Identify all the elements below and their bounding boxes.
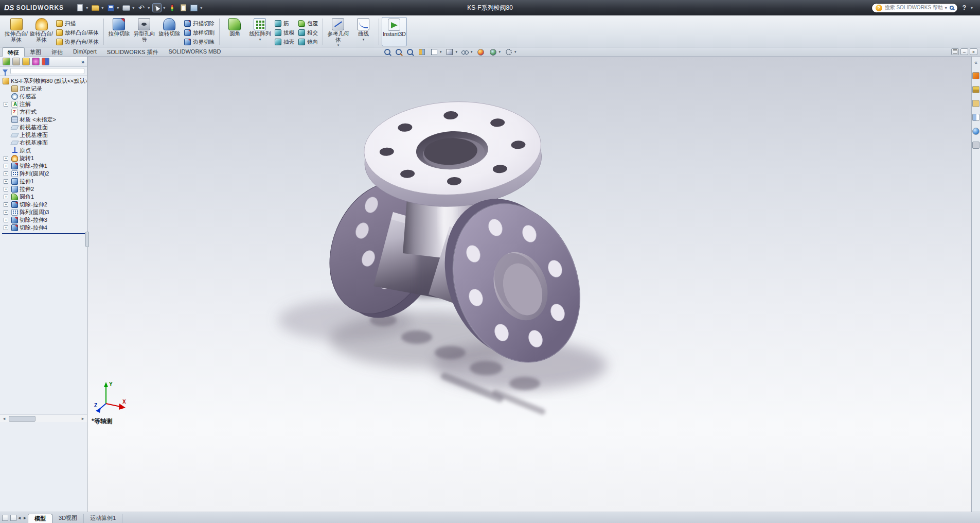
zoom-to-area-button[interactable] xyxy=(395,48,402,56)
splitter-icon-2[interactable] xyxy=(10,515,16,521)
tree-item-equations[interactable]: 方程式 xyxy=(0,108,87,116)
boundary-cut-button[interactable]: 边界切除 xyxy=(182,38,217,46)
shell-button[interactable]: 抽壳 xyxy=(273,38,296,46)
boundary-boss-button[interactable]: 边界凸台/基体 xyxy=(54,38,101,46)
revolved-cut-button[interactable]: 旋转切除 xyxy=(157,17,182,46)
display-settings-button[interactable] xyxy=(189,3,199,12)
panel-splitter[interactable] xyxy=(85,232,89,247)
tree-item-top-plane[interactable]: 上视基准面 xyxy=(0,131,87,139)
view-settings-button[interactable] xyxy=(504,48,513,56)
help-search-box[interactable]: ? 搜索 SOLIDWORKS 帮助 ▾ xyxy=(871,3,958,13)
view-orientation-dropdown[interactable]: ▾ xyxy=(440,50,442,54)
fillet-button[interactable]: 圆角 xyxy=(222,17,247,46)
view-orientation-button[interactable] xyxy=(430,48,438,56)
tab-addins[interactable]: SOLIDWORKS 插件 xyxy=(102,47,164,57)
reference-geometry-dropdown[interactable]: ▾ xyxy=(337,43,340,47)
instant3d-button[interactable]: Instant3D xyxy=(382,17,407,46)
tab-scroll-left[interactable]: ◂ xyxy=(18,515,21,520)
extruded-boss-button[interactable]: 拉伸凸台/基体 xyxy=(4,17,29,46)
tab-3d-views[interactable]: 3D视图 xyxy=(52,514,84,523)
edit-appearance-button[interactable] xyxy=(476,48,485,56)
tree-item-sensors[interactable]: 传感器 xyxy=(0,93,87,100)
wrap-button[interactable]: 包覆 xyxy=(296,19,320,28)
intersect-button[interactable]: 相交 xyxy=(296,28,320,37)
search-icon[interactable] xyxy=(950,6,954,10)
undo-dropdown[interactable]: ▾ xyxy=(148,6,150,10)
save-button[interactable] xyxy=(106,3,115,12)
expand-toggle[interactable]: + xyxy=(4,218,8,222)
expand-toggle[interactable]: + xyxy=(4,210,8,215)
tree-item-cut-extrude1[interactable]: + 切除-拉伸1 xyxy=(0,162,87,170)
tree-item-annotations[interactable]: + 注解 xyxy=(0,100,87,108)
property-manager-tab-icon[interactable] xyxy=(12,58,20,65)
lofted-boss-button[interactable]: 放样凸台/基体 xyxy=(54,28,101,37)
tree-item-front-plane[interactable]: 前视基准面 xyxy=(0,124,87,131)
mirror-button[interactable]: 镜向 xyxy=(296,38,320,46)
tree-item-origin[interactable]: 原点 xyxy=(0,147,87,154)
tree-item-revolve1[interactable]: + 旋转1 xyxy=(0,154,87,162)
linear-pattern-dropdown[interactable]: ▾ xyxy=(259,38,261,41)
file-explorer-icon[interactable] xyxy=(972,100,979,107)
expand-toggle[interactable]: + xyxy=(4,156,8,161)
curves-button[interactable]: 曲线 ▾ xyxy=(351,17,376,46)
help-dropdown[interactable]: ▾ xyxy=(971,6,973,10)
tree-item-fillet1[interactable]: + 圆角1 xyxy=(0,193,87,201)
rebuild-button[interactable] xyxy=(168,3,177,12)
expand-toggle[interactable]: + xyxy=(4,164,8,168)
restore-window-button[interactable] xyxy=(951,48,959,55)
tree-item-extrude1[interactable]: + 拉伸1 xyxy=(0,178,87,185)
rollback-bar[interactable] xyxy=(2,233,85,234)
hide-show-dropdown[interactable]: ▾ xyxy=(471,50,473,54)
orientation-triad[interactable]: Y X Z xyxy=(94,380,130,416)
design-library-icon[interactable] xyxy=(972,86,979,93)
tab-model[interactable]: 模型 xyxy=(28,514,52,523)
display-style-button[interactable] xyxy=(446,48,454,56)
splitter-icon[interactable] xyxy=(2,515,8,521)
revolved-boss-button[interactable]: 旋转凸台/基体 xyxy=(29,17,54,46)
filter-funnel-icon[interactable] xyxy=(3,69,8,73)
graphics-area[interactable]: Y X Z *等轴测 xyxy=(87,57,971,512)
extruded-cut-button[interactable]: 拉伸切除 xyxy=(106,17,132,46)
swept-boss-button[interactable]: 扫描 xyxy=(54,19,101,28)
apply-scene-button[interactable] xyxy=(489,48,497,56)
feature-manager-tab-icon[interactable] xyxy=(3,58,10,65)
zoom-to-fit-button[interactable] xyxy=(383,48,391,56)
tab-sketch[interactable]: 草图 xyxy=(25,47,46,57)
print-button[interactable] xyxy=(121,3,131,12)
tree-item-cirpattern2[interactable]: + 阵列(圆周)2 xyxy=(0,170,87,178)
display-style-dropdown[interactable]: ▾ xyxy=(456,50,458,54)
expand-toggle[interactable]: + xyxy=(4,225,8,230)
select-button[interactable] xyxy=(152,3,162,12)
hide-show-items-button[interactable] xyxy=(461,49,469,55)
manager-overflow-chevron[interactable]: » xyxy=(81,59,84,65)
tab-evaluate[interactable]: 评估 xyxy=(46,47,68,57)
filter-input[interactable] xyxy=(10,68,84,74)
linear-pattern-button[interactable]: 线性阵列 ▾ xyxy=(247,17,273,46)
tree-item-material[interactable]: 材质 <未指定> xyxy=(0,116,87,124)
expand-toggle[interactable]: + xyxy=(4,179,8,184)
help-button[interactable]: ? xyxy=(963,4,966,11)
tree-item-cut-extrude2[interactable]: + 切除-拉伸2 xyxy=(0,201,87,208)
solidworks-resources-icon[interactable] xyxy=(972,72,979,79)
tree-item-cirpattern3[interactable]: + 阵列(圆周)3 xyxy=(0,208,87,216)
tree-root-part[interactable]: KS-F系列梭阀80 (默认<<默认> xyxy=(0,77,87,85)
minimize-window-button[interactable]: – xyxy=(960,48,968,55)
expand-toggle[interactable]: + xyxy=(4,187,8,191)
task-pane-collapse-chevron[interactable]: « xyxy=(974,60,977,65)
tree-item-cut-extrude3[interactable]: + 切除-拉伸3 xyxy=(0,216,87,224)
expand-toggle[interactable]: + xyxy=(4,202,8,207)
expand-toggle[interactable]: + xyxy=(4,102,8,107)
draft-button[interactable]: 拔模 xyxy=(273,28,296,37)
expand-toggle[interactable]: + xyxy=(4,195,8,199)
view-settings-dropdown[interactable]: ▾ xyxy=(514,50,516,54)
print-dropdown[interactable]: ▾ xyxy=(132,6,134,10)
tree-item-extrude2[interactable]: + 拉伸2 xyxy=(0,185,87,193)
tab-scroll-right[interactable]: ▸ xyxy=(24,515,26,520)
custom-properties-icon[interactable] xyxy=(972,142,979,149)
model-canvas[interactable] xyxy=(87,57,971,512)
tree-item-right-plane[interactable]: 右视基准面 xyxy=(0,139,87,147)
new-dropdown[interactable]: ▾ xyxy=(86,6,88,10)
display-settings-dropdown[interactable]: ▾ xyxy=(200,6,202,10)
section-view-button[interactable] xyxy=(417,48,426,56)
hole-wizard-button[interactable]: 异型孔向导 xyxy=(132,17,157,46)
